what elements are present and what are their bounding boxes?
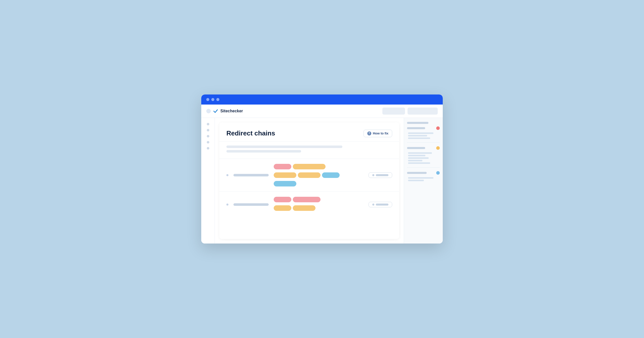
right-small-bars-2: [407, 152, 440, 164]
right-bar-4: [407, 172, 427, 174]
chip-orange-xl: [293, 164, 326, 169]
chips-group-2: [274, 197, 364, 212]
row-action-button-1[interactable]: [369, 172, 392, 178]
right-bar-2: [407, 127, 425, 129]
chip-blue-md: [274, 181, 296, 186]
logo-text: Sitechecker: [220, 109, 243, 113]
description-lines: [219, 141, 399, 159]
how-to-fix-label: How to fix: [373, 131, 388, 135]
chips-row-1-1: [274, 164, 364, 169]
section-divider-2: [407, 167, 440, 168]
table-row: [219, 159, 399, 191]
how-to-fix-button[interactable]: ? How to fix: [364, 130, 392, 137]
action-btn-dot-1: [372, 174, 374, 176]
table-row: [219, 191, 399, 217]
right-bar-1: [407, 122, 428, 124]
action-btn-bar-1: [376, 174, 388, 176]
right-small-bar-5: [408, 155, 425, 156]
sidebar-dot-5: [207, 147, 209, 150]
action-btn-bar-2: [376, 204, 388, 206]
row-url-bar-2: [233, 203, 269, 206]
help-icon: ?: [367, 131, 371, 135]
right-dot-orange: [436, 146, 440, 150]
right-small-bar-6: [408, 157, 429, 159]
right-small-bar-8: [408, 162, 430, 164]
right-small-bar-1: [408, 132, 433, 134]
chip-orange-md-2: [298, 172, 320, 178]
nav-circle: [206, 109, 211, 113]
traffic-light-2: [211, 98, 214, 101]
sidebar-dot-3: [207, 135, 209, 137]
chip-pink-lg: [293, 197, 320, 202]
sidebar-dot-2: [207, 129, 209, 131]
right-small-bars-3: [407, 177, 440, 181]
desc-line-2: [226, 150, 301, 153]
right-dot-blue: [436, 171, 440, 175]
chips-row-2-2: [274, 205, 364, 211]
browser-window: Sitechecker Redirect chains ?: [201, 94, 443, 244]
nav-button-1[interactable]: [382, 108, 405, 115]
chip-orange-sm: [274, 205, 291, 211]
panel-header: Redirect chains ? How to fix: [219, 122, 399, 141]
row-url-bar-1: [233, 174, 269, 176]
right-row-2: [407, 126, 440, 130]
logo-area: Sitechecker: [206, 108, 243, 114]
chips-row-2-1: [274, 197, 364, 202]
browser-navbar: Sitechecker: [201, 105, 443, 118]
right-small-bar-2: [408, 135, 427, 136]
chips-row-1-3: [274, 181, 364, 186]
main-layout: Redirect chains ? How to fix: [201, 118, 443, 244]
row-action-button-2[interactable]: [369, 202, 392, 207]
nav-buttons: [382, 108, 438, 115]
right-row-4: [407, 171, 440, 175]
traffic-light-1: [206, 98, 209, 101]
table-container: [219, 159, 399, 217]
chip-blue-sm: [322, 172, 340, 178]
right-bar-3: [407, 147, 425, 149]
right-small-bar-7: [408, 160, 422, 161]
sidebar-dot-1: [207, 123, 209, 125]
right-small-bar-10: [408, 180, 424, 181]
chip-orange-md-1: [274, 172, 296, 178]
row-bullet-2: [226, 204, 228, 206]
browser-titlebar: [201, 94, 443, 105]
panel-title: Redirect chains: [226, 129, 275, 137]
row-bullet-1: [226, 174, 228, 176]
main-panel: Redirect chains ? How to fix: [219, 122, 399, 239]
sidebar: [201, 118, 215, 244]
chip-orange-md-3: [293, 205, 315, 211]
right-row-3: [407, 146, 440, 150]
right-small-bar-4: [408, 152, 432, 154]
chips-group-1: [274, 164, 364, 186]
right-small-bar-9: [408, 177, 433, 179]
action-btn-dot-2: [372, 204, 374, 206]
chip-pink-sm-2: [274, 197, 291, 202]
traffic-light-3: [216, 98, 219, 101]
right-dot-red: [436, 126, 440, 130]
content-area: Redirect chains ? How to fix: [215, 118, 443, 244]
chip-pink-sm: [274, 164, 291, 169]
chips-row-1-2: [274, 172, 364, 178]
right-row-1: [407, 122, 440, 124]
section-divider-1: [407, 142, 440, 143]
right-small-bar-3: [408, 137, 430, 139]
desc-line-1: [226, 146, 342, 148]
sitechecker-logo-icon: [213, 108, 218, 114]
nav-button-2[interactable]: [408, 108, 438, 115]
sidebar-dot-4: [207, 141, 209, 143]
right-panel: [404, 118, 443, 244]
right-small-bars-1: [407, 132, 440, 139]
